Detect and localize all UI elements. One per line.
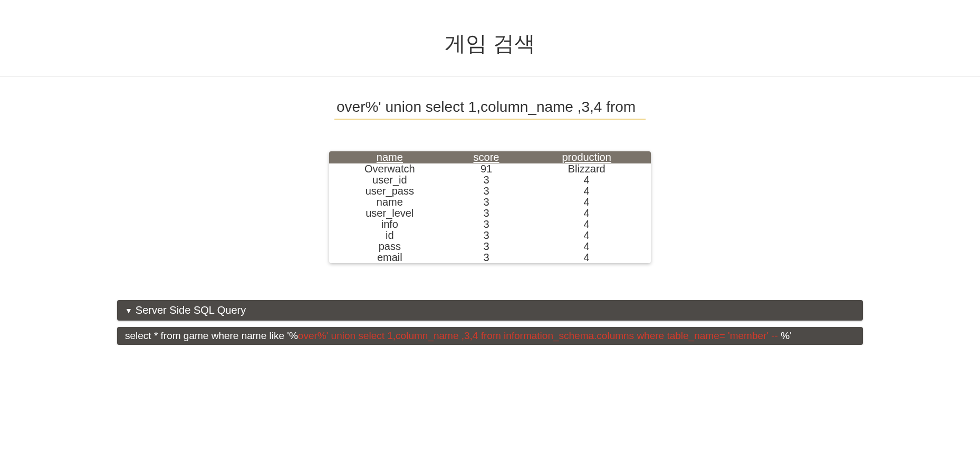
cell-name: info <box>329 219 450 230</box>
cell-score: 3 <box>450 208 523 219</box>
cell-production: 4 <box>522 186 651 197</box>
cell-score: 3 <box>450 219 523 230</box>
query-panel-body: select * from game where name like '%ove… <box>117 327 863 345</box>
table-row: user_id34 <box>329 175 651 186</box>
cell-name: name <box>329 197 450 208</box>
table-row: email34 <box>329 252 651 263</box>
table-row: Overwatch91Blizzard <box>329 163 651 175</box>
query-prefix: select * from game where name like '% <box>125 330 298 341</box>
table-row: user_level34 <box>329 208 651 219</box>
cell-name: user_pass <box>329 186 450 197</box>
cell-score: 3 <box>450 197 523 208</box>
cell-score: 3 <box>450 230 523 241</box>
table-row: pass34 <box>329 241 651 252</box>
results-tbody: Overwatch91Blizzarduser_id34user_pass34n… <box>329 163 651 263</box>
cell-name: user_id <box>329 175 450 186</box>
cell-score: 3 <box>450 186 523 197</box>
header-section: 게임 검색 <box>0 0 980 77</box>
cell-production: 4 <box>522 252 651 263</box>
cell-score: 3 <box>450 252 523 263</box>
col-header-name: name <box>329 151 450 163</box>
results-table: name score production Overwatch91Blizzar… <box>329 151 651 263</box>
cell-production: 4 <box>522 208 651 219</box>
query-injected: over%' union select 1,column_name ,3,4 f… <box>298 330 781 341</box>
table-row: user_pass34 <box>329 186 651 197</box>
table-row: name34 <box>329 197 651 208</box>
table-header-row: name score production <box>329 151 651 163</box>
search-section <box>0 77 980 125</box>
table-section: name score production Overwatch91Blizzar… <box>0 125 980 279</box>
cell-production: 4 <box>522 219 651 230</box>
table-row: info34 <box>329 219 651 230</box>
query-panel-title: Server Side SQL Query <box>136 304 246 316</box>
cell-production: 4 <box>522 230 651 241</box>
cell-production: 4 <box>522 175 651 186</box>
cell-production: Blizzard <box>522 163 651 175</box>
col-header-production: production <box>522 151 651 163</box>
page-title: 게임 검색 <box>0 29 980 58</box>
cell-name: Overwatch <box>329 163 450 175</box>
query-section: ▼ Server Side SQL Query select * from ga… <box>117 300 863 345</box>
cell-name: email <box>329 252 450 263</box>
table-row: id34 <box>329 230 651 241</box>
cell-score: 3 <box>450 241 523 252</box>
search-input[interactable] <box>334 95 646 120</box>
triangle-down-icon: ▼ <box>125 306 132 315</box>
cell-production: 4 <box>522 197 651 208</box>
query-suffix: %' <box>781 330 792 341</box>
col-header-score: score <box>450 151 523 163</box>
results-table-wrapper: name score production Overwatch91Blizzar… <box>329 151 651 263</box>
cell-name: id <box>329 230 450 241</box>
cell-name: user_level <box>329 208 450 219</box>
cell-production: 4 <box>522 241 651 252</box>
query-panel-header[interactable]: ▼ Server Side SQL Query <box>117 300 863 321</box>
cell-name: pass <box>329 241 450 252</box>
cell-score: 3 <box>450 175 523 186</box>
cell-score: 91 <box>450 163 523 175</box>
